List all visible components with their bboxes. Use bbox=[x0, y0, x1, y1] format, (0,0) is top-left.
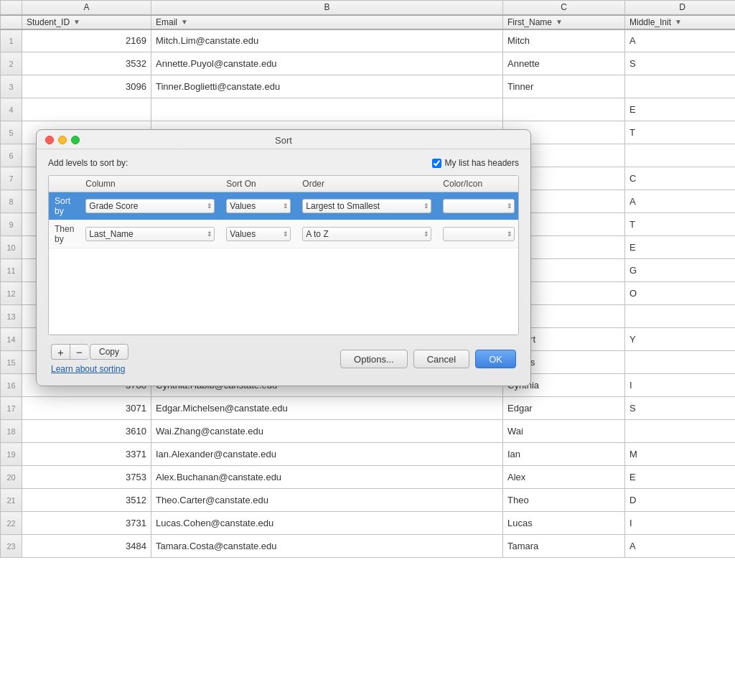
sort-row-2-color[interactable] bbox=[437, 220, 519, 248]
sort-row-1-sorton[interactable]: Values Cell Color Font Color bbox=[220, 192, 296, 220]
sort-row-2-column[interactable]: Grade Score Last_Name First_Name Student… bbox=[80, 220, 220, 248]
sort-row-1[interactable]: Sort by Grade Score Last_Name First_Name… bbox=[49, 192, 519, 220]
bottom-right: Options... Cancel OK bbox=[340, 350, 516, 368]
dialog-bottom: + − Copy Learn about sorting Options... … bbox=[48, 344, 519, 377]
sort-color-select-2[interactable] bbox=[443, 227, 515, 241]
sort-column-select-2[interactable]: Grade Score Last_Name First_Name Student… bbox=[85, 227, 215, 241]
sort-col-header-color: Color/Icon bbox=[437, 176, 519, 192]
sort-col-header-sorton: Sort On bbox=[220, 176, 296, 192]
sort-sorton-select-1[interactable]: Values Cell Color Font Color bbox=[226, 199, 291, 213]
dialog-body: Add levels to sort by: My list has heade… bbox=[37, 149, 530, 386]
add-level-button[interactable]: + bbox=[51, 344, 70, 360]
bottom-left: + − Copy Learn about sorting bbox=[51, 344, 128, 374]
sort-order-select-1[interactable]: Largest to Smallest Smallest to Largest bbox=[302, 199, 431, 213]
options-button[interactable]: Options... bbox=[340, 350, 408, 368]
sort-row-2-sorton[interactable]: Values Cell Color Font Color bbox=[220, 220, 296, 248]
sort-row-1-column[interactable]: Grade Score Last_Name First_Name Student… bbox=[80, 192, 220, 220]
sort-row-1-label: Sort by bbox=[49, 192, 80, 220]
sort-color-select-1[interactable] bbox=[443, 199, 515, 213]
ok-button[interactable]: OK bbox=[475, 350, 516, 368]
sort-col-header-order: Order bbox=[296, 176, 437, 192]
sort-row-2[interactable]: Then by Grade Score Last_Name First_Name… bbox=[49, 220, 519, 248]
sort-col-header-column: Column bbox=[80, 176, 220, 192]
sort-order-select-2[interactable]: A to Z Z to A bbox=[302, 227, 431, 241]
remove-level-button[interactable]: − bbox=[70, 344, 88, 360]
sort-empty-area bbox=[49, 248, 519, 335]
headers-label: My list has headers bbox=[445, 158, 519, 168]
maximize-button[interactable] bbox=[71, 136, 80, 144]
sort-row-2-label: Then by bbox=[49, 220, 80, 248]
copy-button[interactable]: Copy bbox=[90, 344, 128, 360]
dialog-titlebar: Sort bbox=[37, 130, 530, 149]
level-buttons: + − bbox=[51, 344, 88, 360]
minimize-button[interactable] bbox=[58, 136, 67, 144]
modal-overlay: Sort Add levels to sort by: My list has … bbox=[0, 0, 735, 700]
sort-dialog: Sort Add levels to sort by: My list has … bbox=[36, 129, 531, 386]
dialog-title: Sort bbox=[275, 135, 292, 146]
sort-col-header-label bbox=[49, 176, 80, 192]
sort-column-select-1[interactable]: Grade Score Last_Name First_Name Student… bbox=[85, 199, 215, 213]
sort-sorton-select-2[interactable]: Values Cell Color Font Color bbox=[226, 227, 291, 241]
close-button[interactable] bbox=[45, 136, 54, 144]
dialog-top-row: Add levels to sort by: My list has heade… bbox=[48, 158, 519, 168]
cancel-button[interactable]: Cancel bbox=[413, 350, 469, 368]
sort-row-1-color[interactable] bbox=[437, 192, 519, 220]
headers-checkbox[interactable] bbox=[432, 159, 441, 168]
my-list-headers: My list has headers bbox=[432, 158, 519, 168]
sort-row-2-order[interactable]: A to Z Z to A bbox=[296, 220, 437, 248]
traffic-lights bbox=[45, 136, 80, 144]
sort-table-wrapper: Column Sort On Order Color/Icon Sort by bbox=[48, 175, 519, 335]
sort-table: Column Sort On Order Color/Icon Sort by bbox=[49, 176, 519, 335]
add-levels-label: Add levels to sort by: bbox=[48, 158, 128, 168]
sort-row-1-order[interactable]: Largest to Smallest Smallest to Largest bbox=[296, 192, 437, 220]
learn-about-sorting-link[interactable]: Learn about sorting bbox=[51, 364, 125, 374]
